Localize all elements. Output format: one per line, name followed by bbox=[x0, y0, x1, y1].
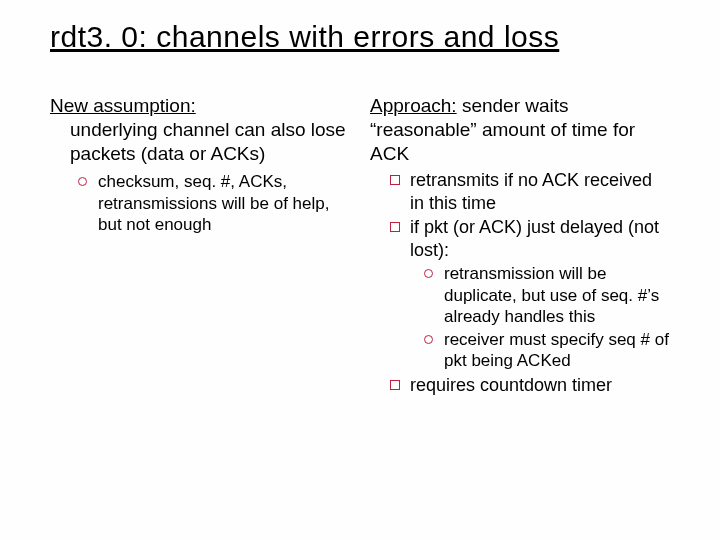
right-list: retransmits if no ACK received in this t… bbox=[370, 169, 670, 396]
slide: rdt3. 0: channels with errors and loss N… bbox=[0, 0, 720, 418]
left-lead: New assumption: bbox=[50, 95, 196, 116]
slide-title: rdt3. 0: channels with errors and loss bbox=[50, 20, 670, 54]
right-sublist: retransmission will be duplicate, but us… bbox=[410, 263, 670, 371]
right-sub-a: retransmission will be duplicate, but us… bbox=[424, 263, 670, 327]
left-sublist: checksum, seq. #, ACKs, retransmissions … bbox=[50, 171, 350, 235]
right-lead: Approach: bbox=[370, 95, 457, 116]
right-item-1: retransmits if no ACK received in this t… bbox=[390, 169, 670, 214]
left-sub-item: checksum, seq. #, ACKs, retransmissions … bbox=[78, 171, 350, 235]
right-item-2: if pkt (or ACK) just delayed (not lost):… bbox=[390, 216, 670, 371]
right-sub-b: receiver must specify seq # of pkt being… bbox=[424, 329, 670, 372]
left-lead-block: New assumption: underlying channel can a… bbox=[50, 94, 350, 165]
right-item-2-text: if pkt (or ACK) just delayed (not lost): bbox=[410, 217, 659, 260]
right-item-3: requires countdown timer bbox=[390, 374, 670, 397]
left-body: underlying channel can also lose packets… bbox=[50, 118, 350, 166]
columns: New assumption: underlying channel can a… bbox=[50, 94, 670, 398]
right-column: Approach: sender waits “reasonable” amou… bbox=[370, 94, 670, 398]
left-column: New assumption: underlying channel can a… bbox=[50, 94, 350, 398]
right-lead-block: Approach: sender waits “reasonable” amou… bbox=[370, 94, 670, 165]
